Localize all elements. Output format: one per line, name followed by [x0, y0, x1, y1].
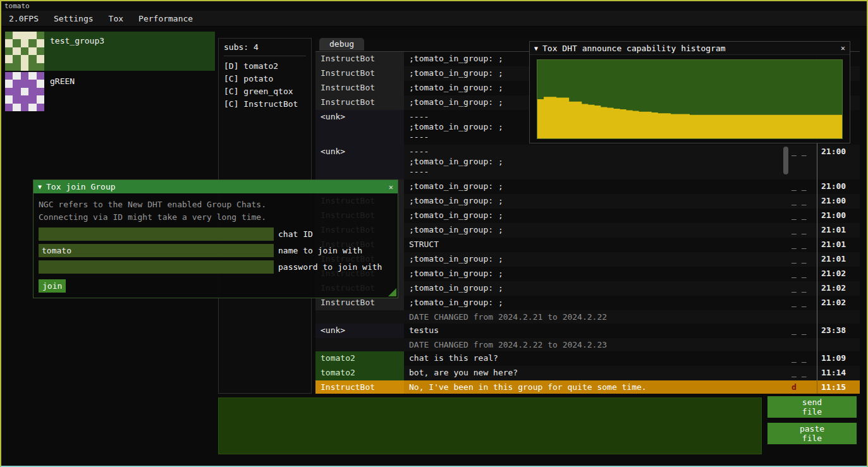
group-name: gREEN	[44, 72, 75, 111]
message-status-marks: _ _	[792, 145, 817, 179]
menu-item-settings[interactable]: Settings	[46, 11, 101, 26]
join-group-body: NGC refers to the New DHT enabled Group …	[34, 193, 398, 293]
close-icon[interactable]: ✕	[389, 183, 393, 191]
message-timestamp: 21:02	[817, 281, 860, 296]
message-timestamp: 21:01	[817, 223, 860, 238]
collapse-icon[interactable]: ▼	[38, 183, 42, 190]
message-timestamp: 21:02	[817, 296, 860, 310]
sender-name	[315, 310, 404, 324]
message-text: ----;tomato_in_group: ;----	[404, 145, 792, 179]
chat-scrollbar-thumb[interactable]	[783, 147, 788, 174]
join-name-input[interactable]: tomato	[39, 244, 274, 257]
member-item[interactable]: [C] InstructBot	[224, 98, 306, 111]
histogram-plot	[537, 59, 843, 139]
histogram-window: ▼ Tox DHT announce capability histogram …	[529, 41, 850, 143]
message-status-marks: _ _	[792, 179, 817, 194]
message-status-marks: d	[792, 380, 817, 394]
message-status-marks: _ _	[792, 366, 817, 380]
tab-debug[interactable]: debug	[319, 38, 364, 51]
date-changed-text: DATE CHANGED from 2024.2.22 to 2024.2.23	[404, 338, 792, 351]
menu-item-performance[interactable]: Performance	[131, 11, 200, 26]
sidebar: test_group3gREEN	[5, 32, 215, 112]
sidebar-group-test_group3[interactable]: test_group3	[5, 32, 215, 71]
member-list: [D] tomato2[C] potato[C] green_qtox[C] I…	[224, 60, 306, 111]
group-avatar	[5, 72, 44, 111]
member-item[interactable]: [C] potato	[224, 73, 306, 85]
sender-name: InstructBot	[315, 66, 404, 81]
message-status-marks: _ _	[792, 209, 817, 223]
member-item[interactable]: [D] tomato2	[224, 60, 306, 73]
message-status-marks: _ _	[792, 223, 817, 238]
send-file-button[interactable]: sendfile	[767, 396, 857, 418]
join-info-line: Connecting via ID might take a very long…	[39, 211, 393, 224]
message-text: ;tomato_in_group: ;	[404, 252, 792, 267]
message-timestamp: 21:01	[817, 252, 860, 267]
chat-message-row: <unk>----;tomato_in_group: ;----_ _21:00	[315, 145, 860, 179]
message-timestamp	[817, 310, 860, 324]
message-status-marks: _ _	[792, 267, 817, 281]
sender-name	[315, 338, 404, 351]
message-text: ;tomato_in_group: ;	[404, 281, 792, 296]
message-text: ;tomato_in_group: ;	[404, 194, 792, 209]
chat-message-row: <unk>testus_ _23:38	[315, 324, 860, 338]
join-password-input[interactable]	[39, 260, 274, 274]
message-text: STRUCT	[404, 238, 792, 252]
join-info-line: NGC refers to the New DHT enabled Group …	[39, 198, 393, 211]
sender-name: InstructBot	[315, 95, 404, 110]
join-password-label: password to join with	[278, 262, 382, 272]
message-text: bot, are you new here?	[404, 366, 792, 380]
date-changed-text: DATE CHANGED from 2024.2.21 to 2024.2.22	[404, 310, 792, 324]
date-separator-row: DATE CHANGED from 2024.2.22 to 2024.2.23	[315, 338, 860, 351]
join-info-text: NGC refers to the New DHT enabled Group …	[39, 198, 393, 224]
join-group-titlebar: ▼ Tox join Group ✕	[34, 180, 398, 193]
join-fields: chat IDtomatoname to join withpassword t…	[39, 227, 393, 274]
sender-name: <unk>	[315, 145, 404, 179]
message-text: ;tomato_in_group: ;	[404, 209, 792, 223]
message-timestamp: 23:38	[817, 324, 860, 338]
join-button[interactable]: join	[39, 279, 66, 293]
message-status-marks	[792, 310, 817, 324]
member-item[interactable]: [C] green_qtox	[224, 85, 306, 98]
paste-file-button[interactable]: pastefile	[767, 423, 857, 444]
group-avatar	[5, 32, 44, 71]
message-status-marks: _ _	[792, 194, 817, 209]
message-status-marks: _ _	[792, 324, 817, 338]
date-separator-row: DATE CHANGED from 2024.2.21 to 2024.2.22	[315, 310, 860, 324]
sender-name: InstructBot	[315, 52, 404, 66]
sender-name: tomato2	[315, 351, 404, 366]
message-text: testus	[404, 324, 792, 338]
message-text: ;tomato_in_group: ;	[404, 179, 792, 194]
message-timestamp: 11:15	[817, 380, 860, 394]
chat-message-row: tomato2chat is this real?_ _11:09	[315, 351, 860, 366]
message-timestamp: 21:00	[817, 145, 860, 179]
message-timestamp: 11:09	[817, 351, 860, 366]
app-window: tomato 2.0FPSSettingsToxPerformance test…	[0, 0, 868, 467]
chat-id-input[interactable]	[39, 227, 274, 241]
chat-id-label: chat ID	[278, 229, 313, 239]
close-icon[interactable]: ✕	[841, 44, 845, 52]
message-timestamp: 21:00	[817, 209, 860, 223]
message-status-marks: _ _	[792, 351, 817, 366]
menu-item-2-0fps[interactable]: 2.0FPS	[1, 11, 46, 26]
message-timestamp: 21:01	[817, 238, 860, 252]
histogram-window-title: Tox DHT announce capability histogram	[542, 44, 726, 53]
sidebar-group-gREEN[interactable]: gREEN	[5, 72, 215, 111]
join-group-title: Tox join Group	[46, 182, 116, 191]
message-status-marks: _ _	[792, 238, 817, 252]
message-timestamp: 21:00	[817, 194, 860, 209]
collapse-icon[interactable]: ▼	[534, 45, 538, 52]
chat-message-row: tomato2bot, are you new here?_ _11:14	[315, 366, 860, 380]
message-status-marks: _ _	[792, 281, 817, 296]
message-timestamp	[817, 338, 860, 351]
menu-item-tox[interactable]: Tox	[101, 11, 131, 26]
window-title: tomato	[1, 1, 867, 11]
join-name-label: name to join with	[278, 246, 362, 255]
compose-input[interactable]	[218, 397, 762, 454]
resize-grip-icon[interactable]	[388, 288, 396, 296]
join-name-row: tomatoname to join with	[39, 244, 393, 257]
sender-name: tomato2	[315, 366, 404, 380]
message-status-marks: _ _	[792, 252, 817, 267]
subs-header: subs: 4	[224, 42, 306, 56]
join-password-row: password to join with	[39, 260, 393, 274]
sender-name: InstructBot	[315, 81, 404, 95]
